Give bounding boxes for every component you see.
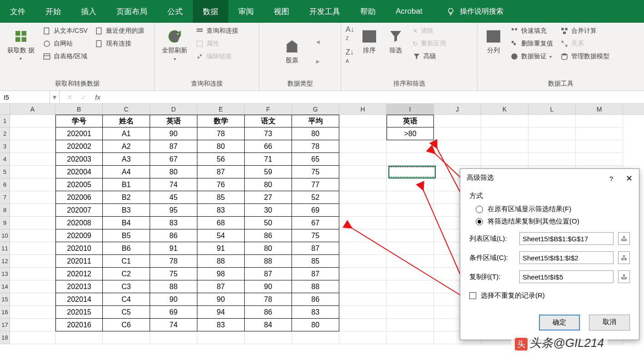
cell-I14[interactable] xyxy=(387,280,434,293)
cell-G14[interactable]: 88 xyxy=(292,280,339,293)
cell-I11[interactable] xyxy=(387,242,434,255)
cell-D12[interactable]: 78 xyxy=(150,255,197,268)
consolidate-button[interactable]: 合并计算 xyxy=(558,25,611,36)
name-box-dropdown[interactable]: ▾ xyxy=(50,91,60,103)
cell-H2[interactable] xyxy=(339,127,387,140)
cell-H9[interactable] xyxy=(339,217,387,229)
cell-A1[interactable] xyxy=(10,115,55,127)
cell-I10[interactable] xyxy=(387,229,434,242)
cell-G2[interactable]: 80 xyxy=(292,127,339,140)
cell-I6[interactable] xyxy=(387,178,434,191)
cell-A14[interactable] xyxy=(10,280,55,293)
cell-I5[interactable] xyxy=(387,166,434,178)
cell-A8[interactable] xyxy=(10,204,55,217)
cell-A5[interactable] xyxy=(10,166,55,178)
col-header-E[interactable]: E xyxy=(197,104,245,114)
cell-D3[interactable]: 87 xyxy=(150,140,197,153)
cell-L3[interactable] xyxy=(528,140,576,153)
nav-left-icon[interactable]: ◂ xyxy=(316,37,320,46)
cell-F3[interactable]: 66 xyxy=(245,140,292,153)
cell-A10[interactable] xyxy=(10,229,55,242)
existing-connections-button[interactable]: 现有连接 xyxy=(93,38,146,49)
cell-C5[interactable]: A4 xyxy=(103,166,150,178)
reapply-button[interactable]: ↻重新应用 xyxy=(411,38,448,49)
cell-C12[interactable]: C1 xyxy=(103,255,150,268)
cell-C15[interactable]: C4 xyxy=(103,293,150,306)
cell-J3[interactable] xyxy=(434,140,481,153)
cell-J1[interactable] xyxy=(434,115,481,127)
cell-G8[interactable]: 69 xyxy=(292,204,339,217)
cell-F16[interactable]: 86 xyxy=(245,306,292,319)
cell-E17[interactable]: 83 xyxy=(197,319,245,331)
row-header-6[interactable]: 6 xyxy=(0,178,10,191)
cell-I4[interactable] xyxy=(387,153,434,166)
cell-D8[interactable]: 95 xyxy=(150,204,197,217)
cell-G7[interactable]: 52 xyxy=(292,191,339,204)
cell-A17[interactable] xyxy=(10,319,55,331)
edit-links-button[interactable]: 编辑链接 xyxy=(194,51,240,62)
from-table-button[interactable]: 自表格/区域 xyxy=(41,51,90,62)
get-data-button[interactable]: 获取数 据 ▾ xyxy=(5,25,37,64)
cell-B10[interactable]: 202009 xyxy=(55,229,103,242)
cell-G6[interactable]: 77 xyxy=(292,178,339,191)
list-range-input[interactable]: Sheet15!$B$1:$G$17 xyxy=(519,232,614,245)
col-header-L[interactable]: L xyxy=(528,104,576,114)
cell-F2[interactable]: 73 xyxy=(245,127,292,140)
clear-filter-button[interactable]: ✕清除 xyxy=(411,25,448,36)
criteria-range-input[interactable]: Sheet15!$I$1:$I$2 xyxy=(519,251,614,264)
name-box[interactable]: I5 xyxy=(0,91,50,103)
cell-E15[interactable]: 90 xyxy=(197,293,245,306)
nav-right-icon[interactable]: ▸ xyxy=(316,57,320,66)
cell-F12[interactable]: 88 xyxy=(245,255,292,268)
row-header-12[interactable]: 12 xyxy=(0,255,10,268)
col-header-B[interactable]: B xyxy=(55,104,103,114)
cell-F4[interactable]: 71 xyxy=(245,153,292,166)
cell-A6[interactable] xyxy=(10,178,55,191)
cell-H18[interactable] xyxy=(339,331,387,344)
cell-B12[interactable]: 202011 xyxy=(55,255,103,268)
cell-I17[interactable] xyxy=(387,319,434,331)
cell-K1[interactable] xyxy=(481,115,528,127)
col-header-G[interactable]: G xyxy=(292,104,339,114)
cell-I7[interactable] xyxy=(387,191,434,204)
row-header-7[interactable]: 7 xyxy=(0,191,10,204)
cell-D11[interactable]: 91 xyxy=(150,242,197,255)
cell-D7[interactable]: 45 xyxy=(150,191,197,204)
cell-J2[interactable] xyxy=(434,127,481,140)
relationships-button[interactable]: 关系 xyxy=(558,38,611,49)
cell-D15[interactable]: 90 xyxy=(150,293,197,306)
cell-M1[interactable] xyxy=(576,115,623,127)
menu-页面布局[interactable]: 页面布局 xyxy=(106,0,157,23)
sort-desc-button[interactable]: Z↓A xyxy=(346,48,354,65)
cell-D2[interactable]: 90 xyxy=(150,127,197,140)
menu-帮助[interactable]: 帮助 xyxy=(350,0,386,23)
cell-I9[interactable] xyxy=(387,217,434,229)
queries-connections-button[interactable]: 查询和连接 xyxy=(194,25,240,36)
cell-E11[interactable]: 91 xyxy=(197,242,245,255)
cell-G11[interactable]: 87 xyxy=(292,242,339,255)
cell-A2[interactable] xyxy=(10,127,55,140)
cell-C8[interactable]: B3 xyxy=(103,204,150,217)
sort-asc-button[interactable]: A↓Z xyxy=(346,25,354,42)
cell-G1[interactable]: 平均 xyxy=(292,115,339,127)
data-validation-button[interactable]: 数据验证▾ xyxy=(508,51,555,62)
range-picker-button[interactable] xyxy=(618,251,630,264)
cell-B6[interactable]: 202005 xyxy=(55,178,103,191)
cell-C1[interactable]: 姓名 xyxy=(103,115,150,127)
close-button[interactable]: ✕ xyxy=(626,173,633,183)
cell-B3[interactable]: 202002 xyxy=(55,140,103,153)
cell-E14[interactable]: 87 xyxy=(197,280,245,293)
cell-H12[interactable] xyxy=(339,255,387,268)
from-web-button[interactable]: 自网站 xyxy=(41,38,90,49)
cell-G5[interactable]: 75 xyxy=(292,166,339,178)
cell-F7[interactable]: 27 xyxy=(245,191,292,204)
cell-B4[interactable]: 202003 xyxy=(55,153,103,166)
cell-C3[interactable]: A2 xyxy=(103,140,150,153)
cell-I2[interactable]: >80 xyxy=(387,127,434,140)
row-header-18[interactable]: 18 xyxy=(0,331,10,344)
cell-F6[interactable]: 80 xyxy=(245,178,292,191)
cell-G12[interactable]: 85 xyxy=(292,255,339,268)
cell-E9[interactable]: 68 xyxy=(197,217,245,229)
cell-G3[interactable]: 78 xyxy=(292,140,339,153)
cell-D18[interactable] xyxy=(150,331,197,344)
